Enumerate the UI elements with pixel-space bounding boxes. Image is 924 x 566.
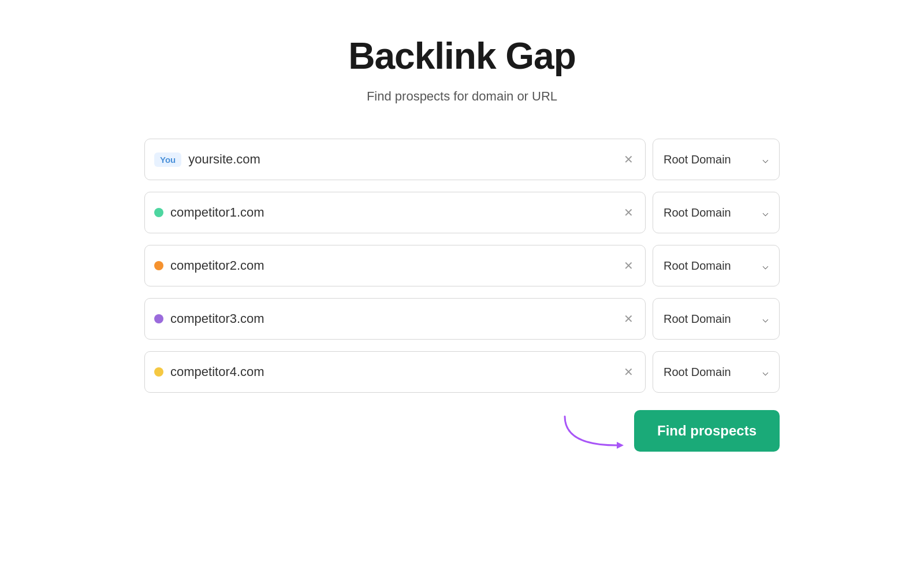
dropdown-c4[interactable]: Root Domain Subdomain Exact URL Subfolde…: [653, 351, 780, 393]
dropdown-you[interactable]: Root Domain Subdomain Exact URL Subfolde…: [653, 139, 780, 180]
chevron-down-icon: ⌵: [762, 153, 769, 166]
domain-input-c2[interactable]: [170, 258, 614, 273]
svg-marker-0: [617, 442, 624, 449]
input-row-c1: ✕ Root Domain Subdomain Exact URL Subfol…: [144, 192, 780, 233]
find-prospects-button[interactable]: Find prospects: [634, 410, 780, 452]
input-field-you: You ✕: [144, 139, 646, 180]
clear-button-c3[interactable]: ✕: [621, 311, 636, 327]
domain-input-c3[interactable]: [170, 311, 614, 326]
dropdown-select-c4[interactable]: Root Domain Subdomain Exact URL Subfolde…: [664, 366, 758, 378]
curved-arrow-icon: [559, 411, 628, 451]
dropdown-c3[interactable]: Root Domain Subdomain Exact URL Subfolde…: [653, 298, 780, 340]
dot-icon-c3: [154, 314, 163, 323]
domain-input-you[interactable]: [188, 152, 614, 167]
dot-icon-c1: [154, 208, 163, 217]
chevron-down-icon-c1: ⌵: [762, 206, 769, 219]
page-container: Backlink Gap Find prospects for domain o…: [144, 35, 780, 452]
dropdown-c2[interactable]: Root Domain Subdomain Exact URL Subfolde…: [653, 245, 780, 286]
input-row-c2: ✕ Root Domain Subdomain Exact URL Subfol…: [144, 245, 780, 286]
chevron-down-icon-c4: ⌵: [762, 366, 769, 378]
input-row-c4: ✕ Root Domain Subdomain Exact URL Subfol…: [144, 351, 780, 393]
dot-icon-c2: [154, 261, 163, 270]
input-row-you: You ✕ Root Domain Subdomain Exact URL Su…: [144, 139, 780, 180]
clear-button-c4[interactable]: ✕: [621, 364, 636, 380]
input-field-c3: ✕: [144, 298, 646, 340]
page-subtitle: Find prospects for domain or URL: [367, 89, 557, 104]
inputs-container: You ✕ Root Domain Subdomain Exact URL Su…: [144, 139, 780, 393]
clear-button-you[interactable]: ✕: [621, 151, 636, 167]
clear-button-c1[interactable]: ✕: [621, 204, 636, 221]
arrow-container: [559, 411, 628, 451]
dropdown-select-c1[interactable]: Root Domain Subdomain Exact URL Subfolde…: [664, 206, 758, 219]
you-badge: You: [154, 152, 181, 167]
bottom-row: Find prospects: [144, 410, 780, 452]
dropdown-select-you[interactable]: Root Domain Subdomain Exact URL Subfolde…: [664, 153, 758, 166]
chevron-down-icon-c2: ⌵: [762, 259, 769, 272]
domain-input-c1[interactable]: [170, 205, 614, 220]
dot-icon-c4: [154, 367, 163, 377]
input-field-c1: ✕: [144, 192, 646, 233]
input-row-c3: ✕ Root Domain Subdomain Exact URL Subfol…: [144, 298, 780, 340]
dropdown-c1[interactable]: Root Domain Subdomain Exact URL Subfolde…: [653, 192, 780, 233]
dropdown-select-c2[interactable]: Root Domain Subdomain Exact URL Subfolde…: [664, 259, 758, 272]
clear-button-c2[interactable]: ✕: [621, 258, 636, 274]
chevron-down-icon-c3: ⌵: [762, 312, 769, 325]
dropdown-select-c3[interactable]: Root Domain Subdomain Exact URL Subfolde…: [664, 312, 758, 325]
page-title: Backlink Gap: [348, 35, 576, 77]
input-field-c2: ✕: [144, 245, 646, 286]
input-field-c4: ✕: [144, 351, 646, 393]
domain-input-c4[interactable]: [170, 364, 614, 379]
